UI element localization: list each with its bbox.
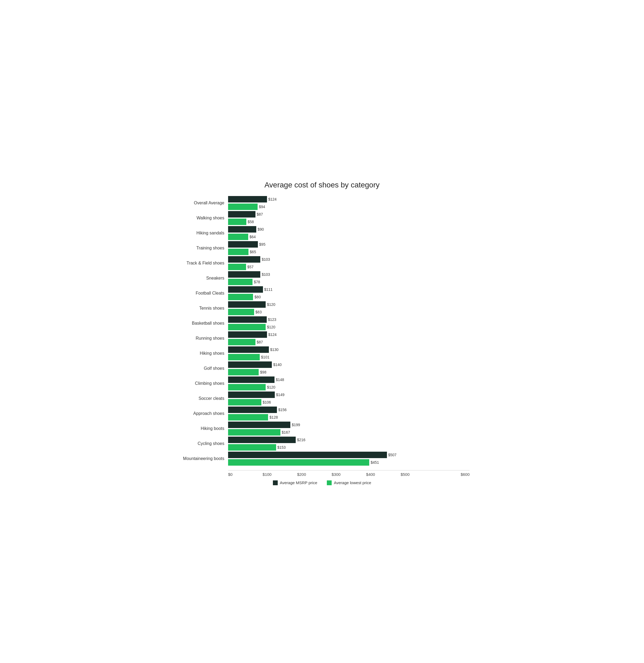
lowest-bar <box>228 324 266 330</box>
lowest-label: $120 <box>267 385 275 389</box>
bars-group: $507$451 <box>228 451 469 466</box>
msrp-label: $216 <box>297 438 305 442</box>
legend-swatch-dark <box>273 480 278 485</box>
lowest-bar <box>228 249 249 255</box>
bar-row: Approach shoes$156$128 <box>175 406 469 421</box>
bars-group: $87$58 <box>228 211 469 225</box>
lowest-bar <box>228 279 253 285</box>
bar-row: Running shoes$124$87 <box>175 331 469 346</box>
bar-row: Cycling shoes$216$153 <box>175 436 469 451</box>
category-label: Training shoes <box>175 245 228 250</box>
msrp-bar-line: $120 <box>228 301 469 308</box>
msrp-label: $124 <box>268 197 277 201</box>
lowest-bar-line: $101 <box>228 354 469 361</box>
msrp-bar <box>228 256 260 263</box>
msrp-bar <box>228 452 387 458</box>
category-label: Overall Average <box>175 200 228 205</box>
lowest-bar-line: $98 <box>228 369 469 376</box>
lowest-label: $153 <box>277 445 286 449</box>
bar-row: Training shoes$95$65 <box>175 241 469 256</box>
msrp-bar <box>228 406 277 413</box>
msrp-bar-line: $90 <box>228 226 469 233</box>
lowest-label: $101 <box>261 355 270 359</box>
lowest-label: $167 <box>282 430 290 435</box>
lowest-bar <box>228 384 266 391</box>
lowest-label: $80 <box>254 295 260 299</box>
x-tick: $100 <box>263 472 297 477</box>
msrp-bar <box>228 361 272 368</box>
msrp-label: $120 <box>267 302 275 307</box>
bar-row: Basketball shoes$123$120 <box>175 316 469 331</box>
legend-item-dark: Average MSRP price <box>273 480 318 485</box>
lowest-bar-line: $120 <box>228 324 469 331</box>
lowest-bar-line: $451 <box>228 459 469 466</box>
legend: Average MSRP price Average lowest price <box>175 480 469 485</box>
chart-title: Average cost of shoes by category <box>175 181 469 189</box>
lowest-bar-line: $65 <box>228 248 469 256</box>
bars-group: $124$87 <box>228 331 469 346</box>
lowest-label: $94 <box>259 205 265 209</box>
lowest-label: $78 <box>254 280 260 284</box>
lowest-label: $128 <box>270 415 278 419</box>
legend-green-label: Average lowest price <box>334 480 371 485</box>
msrp-bar-line: $148 <box>228 376 469 383</box>
bars-group: $140$98 <box>228 361 469 376</box>
msrp-bar-line: $156 <box>228 406 469 413</box>
lowest-bar <box>228 429 280 436</box>
msrp-bar <box>228 437 296 443</box>
msrp-bar-line: $149 <box>228 391 469 398</box>
msrp-bar-line: $124 <box>228 196 469 203</box>
lowest-bar-line: $106 <box>228 399 469 406</box>
chart-area: Overall Average$124$94Walking shoes$87$5… <box>175 196 469 466</box>
bar-row: Walking shoes$87$58 <box>175 211 469 225</box>
msrp-label: $124 <box>268 332 277 337</box>
msrp-label: $87 <box>257 212 263 217</box>
bars-group: $111$80 <box>228 286 469 301</box>
msrp-label: $199 <box>292 423 300 427</box>
bar-row: Climbing shoes$148$120 <box>175 376 469 391</box>
legend-swatch-green <box>327 480 332 485</box>
lowest-bar <box>228 459 369 466</box>
msrp-label: $111 <box>264 287 273 292</box>
msrp-bar <box>228 226 256 233</box>
lowest-label: $98 <box>260 370 266 374</box>
msrp-label: $149 <box>276 393 284 397</box>
x-tick: $500 <box>400 472 435 477</box>
category-label: Hiking shoes <box>175 351 228 356</box>
msrp-label: $90 <box>258 227 264 231</box>
msrp-bar-line: $216 <box>228 436 469 443</box>
bar-row: Golf shoes$140$98 <box>175 361 469 376</box>
lowest-bar-line: $80 <box>228 293 469 301</box>
lowest-bar-line: $58 <box>228 218 469 225</box>
lowest-label: $57 <box>247 265 254 269</box>
bars-group: $120$83 <box>228 301 469 315</box>
msrp-bar <box>228 301 266 308</box>
msrp-bar-line: $123 <box>228 316 469 323</box>
msrp-bar-line: $130 <box>228 346 469 353</box>
msrp-bar <box>228 316 267 323</box>
bar-row: Track & Field shoes$103$57 <box>175 256 469 270</box>
x-tick: $400 <box>366 472 400 477</box>
category-label: Basketball shoes <box>175 321 228 326</box>
lowest-label: $64 <box>250 235 256 239</box>
msrp-bar-line: $199 <box>228 421 469 428</box>
bars-group: $124$94 <box>228 196 469 210</box>
category-label: Hiking boots <box>175 426 228 431</box>
category-label: Climbing shoes <box>175 381 228 386</box>
chart-container: Average cost of shoes by category Overal… <box>175 178 469 485</box>
bar-row: Football Cleats$111$80 <box>175 286 469 301</box>
msrp-bar-line: $140 <box>228 361 469 368</box>
category-label: Golf shoes <box>175 366 228 371</box>
x-tick: $300 <box>332 472 366 477</box>
msrp-bar-line: $87 <box>228 211 469 218</box>
msrp-bar <box>228 271 260 278</box>
msrp-bar <box>228 196 267 202</box>
msrp-label: $130 <box>270 348 278 352</box>
lowest-bar <box>228 399 261 405</box>
bar-row: Hiking boots$199$167 <box>175 421 469 436</box>
bars-group: $123$120 <box>228 316 469 331</box>
lowest-bar <box>228 294 253 300</box>
legend-item-green: Average lowest price <box>327 480 371 485</box>
category-label: Approach shoes <box>175 411 228 416</box>
msrp-label: $507 <box>388 453 397 457</box>
